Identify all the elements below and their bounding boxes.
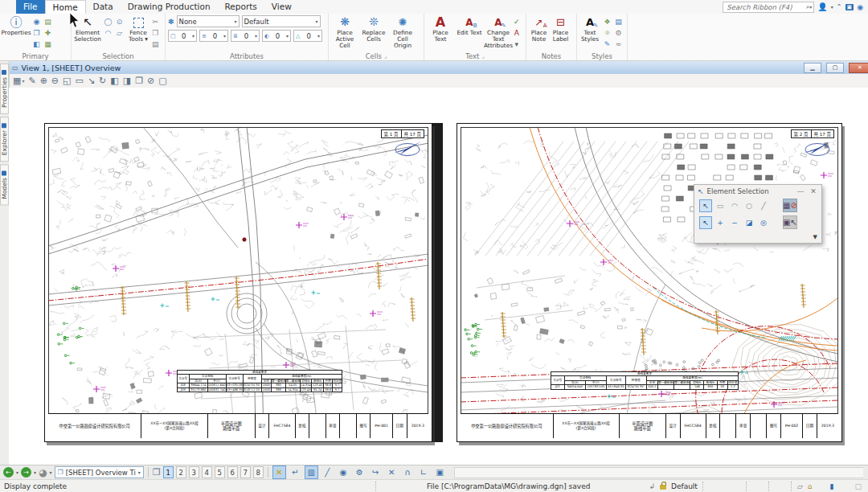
selection-tool-1-icon[interactable]: ⊙ — [114, 16, 125, 27]
drawing-canvas[interactable]: 第 1 页共 17 页曲线要素表交点号交点坐标交点桩号转角值曲线要素值(m)北(… — [9, 88, 868, 465]
dialog-launcher-icon[interactable]: ⌟ — [481, 53, 484, 59]
dialog-expand-caret-icon[interactable]: ▼ — [813, 234, 817, 240]
tab-reports[interactable]: Reports — [218, 0, 264, 14]
snap-intersection-icon[interactable]: ✕ — [385, 465, 399, 479]
snap-keypoint-icon[interactable]: ▥ — [305, 465, 318, 479]
fence-tools-button[interactable]: Fence Tools ▾ — [126, 15, 150, 43]
select-line-icon[interactable]: ╱ — [757, 199, 770, 212]
snap-point-on-icon[interactable]: ▣ — [433, 465, 447, 479]
sidebar-tab-models[interactable]: Models — [0, 164, 9, 205]
active-style-combo[interactable]: Default▾ — [242, 15, 321, 27]
styles-text-styles-button[interactable]: A✎Text Styles — [579, 15, 600, 43]
running-coordinates-icon[interactable]: ↲ — [649, 482, 655, 490]
view-history-icon[interactable]: ◕ — [39, 467, 47, 478]
cells-define-cell-origin-button[interactable]: ✺Define Cell Origin — [389, 15, 416, 49]
view-attributes-icon[interactable]: ▦▾ — [13, 76, 24, 86]
ribbon-search[interactable]: ⌕ ▾ — [723, 2, 814, 13]
view-toggle-2[interactable]: 2 — [176, 466, 186, 478]
zoom-window-icon[interactable]: ◱ — [63, 76, 71, 86]
active-level[interactable]: Default — [671, 482, 698, 490]
disable-handles-icon[interactable]: ▦⊘ — [783, 199, 797, 212]
tab-drawing-production[interactable]: Drawing Production — [121, 0, 218, 14]
clear-zoom-icon[interactable]: ⊘ — [147, 76, 154, 86]
view-maximize-button[interactable]: ▢ — [826, 63, 844, 73]
cells-replace-cells-button[interactable]: ❊Replace Cells — [360, 15, 387, 43]
selection-set-icon[interactable]: ▱ — [797, 482, 803, 490]
help-icon[interactable]: ◉ — [857, 3, 863, 11]
mode-subtract-icon[interactable]: − — [728, 216, 741, 229]
select-block-icon[interactable]: ▭ — [714, 199, 727, 212]
connect-icon[interactable]: ▣ — [845, 4, 854, 10]
view-toggle-3[interactable]: 3 — [189, 466, 199, 478]
view-title-bar[interactable]: ▭ View 1, [SHEET] Overview ▁ ▢ ✕ — [9, 61, 868, 75]
styles-extra-0-icon[interactable]: ❖ — [602, 16, 612, 27]
snap-nearest-icon[interactable]: ↵ — [289, 465, 302, 479]
models-status-icon[interactable]: ▮ — [830, 482, 834, 490]
view-previous-icon[interactable]: ◧ — [110, 76, 118, 86]
rotate-view-icon[interactable]: ↻ — [99, 76, 106, 86]
tab-file[interactable]: File — [16, 0, 45, 14]
view-close-button[interactable]: ✕ — [849, 63, 868, 73]
lock-icon[interactable] — [660, 485, 666, 490]
primary-tool-5-icon[interactable]: ▦ — [43, 39, 53, 49]
dialog-title-bar[interactable]: ↖ Element Selection — ✕ — [694, 185, 821, 197]
clipboard-tool-0-icon[interactable]: ✂ — [152, 16, 159, 27]
view-next-icon[interactable]: ◨ — [123, 76, 131, 86]
styles-extra-1-icon[interactable]: ▤ — [613, 16, 624, 27]
selection-tool-0-icon[interactable]: ◯ — [103, 16, 113, 27]
mode-clear-icon[interactable]: ◎ — [757, 216, 770, 229]
active-element-template-combo[interactable]: None▾ — [177, 15, 240, 27]
tab-home[interactable]: Home — [45, 0, 86, 14]
user-caret-icon[interactable]: ▾ — [831, 4, 833, 10]
snap-midpoint-icon[interactable]: ╱ — [321, 465, 334, 479]
mode-new-icon[interactable]: ↖ — [699, 216, 712, 229]
mode-add-icon[interactable]: + — [714, 216, 727, 229]
user-icon[interactable]: 👤 — [817, 2, 827, 11]
notes-place-note-button[interactable]: ↗APlace Note — [529, 15, 549, 43]
copy-view-icon[interactable]: ❐ — [135, 76, 143, 86]
view-display-style-icon[interactable]: ✎ — [28, 76, 35, 86]
snap-bisector-icon[interactable]: ↪ — [369, 465, 383, 479]
sidebar-tab-properties[interactable]: Properties — [0, 64, 9, 114]
mode-invert-icon[interactable]: ◪ — [743, 216, 755, 229]
selection-tool-3-icon[interactable]: ▱ — [114, 27, 125, 38]
attr-line-weight-combo[interactable]: ◐0▾ — [262, 30, 291, 42]
view-minimize-button[interactable]: ▁ — [804, 63, 821, 73]
zoom-out-icon[interactable]: ⊖ — [51, 76, 59, 86]
properties-button[interactable]: ⓘProperties — [2, 15, 30, 36]
snap-origin-icon[interactable]: ⚙ — [353, 465, 366, 479]
primary-tool-2-icon[interactable]: ❐ — [31, 27, 42, 38]
zoom-in-icon[interactable]: ⊕ — [40, 76, 47, 86]
attr-level-combo[interactable]: ▢0▾ — [168, 30, 197, 42]
search-input[interactable] — [725, 2, 806, 12]
primary-tool-4-icon[interactable]: ◧ — [31, 39, 42, 49]
selection-tool-2-icon[interactable]: ◠ — [103, 27, 113, 38]
view-windows-icon[interactable]: ❐ — [153, 467, 161, 478]
snap-perpendicular-icon[interactable]: ∟ — [417, 465, 431, 479]
toggle-accusnap-icon[interactable]: ✕ — [272, 465, 286, 479]
cells-place-active-cell-button[interactable]: ❋Place Active Cell — [331, 15, 358, 49]
fit-view-icon[interactable]: ↘ — [88, 76, 95, 86]
styles-extra-4-icon[interactable]: ✎ — [602, 39, 612, 49]
view-previous-button[interactable]: ← — [3, 467, 14, 478]
window-area-icon[interactable]: ▭ — [75, 76, 83, 86]
search-caret-icon[interactable]: ▾ — [809, 4, 812, 10]
element-selection-button[interactable]: ↖Element Selection — [74, 15, 101, 43]
view-toggle-7[interactable]: 7 — [240, 466, 251, 478]
collapse-ribbon-icon[interactable]: ⌃ — [837, 3, 842, 10]
dialog-launcher-icon[interactable]: ⌟ — [384, 53, 387, 59]
view-toggle-6[interactable]: 6 — [227, 466, 238, 478]
text-change-text-attributes-button[interactable]: A✎Change Text Attributes — [485, 15, 512, 49]
snap-center-icon[interactable]: ◉ — [337, 465, 350, 479]
view-toggle-1[interactable]: 1 — [163, 466, 174, 478]
select-circle-icon[interactable]: ○ — [743, 199, 755, 212]
text-edit-text-button[interactable]: ABEdit Text — [456, 15, 483, 36]
snap-tangent-icon[interactable]: ∩ — [401, 465, 415, 479]
styles-extra-3-icon[interactable]: ⚙ — [613, 27, 624, 38]
attr-transparency-combo[interactable]: △0▾ — [293, 30, 322, 42]
view-toggle-8[interactable]: 8 — [253, 466, 264, 478]
select-shape-icon[interactable]: ◠ — [728, 199, 741, 212]
primary-tool-1-icon[interactable]: ▤ — [43, 16, 53, 27]
dialog-close-button[interactable]: ✕ — [809, 187, 818, 195]
dialog-status-icon[interactable]: ▢ — [854, 482, 862, 490]
